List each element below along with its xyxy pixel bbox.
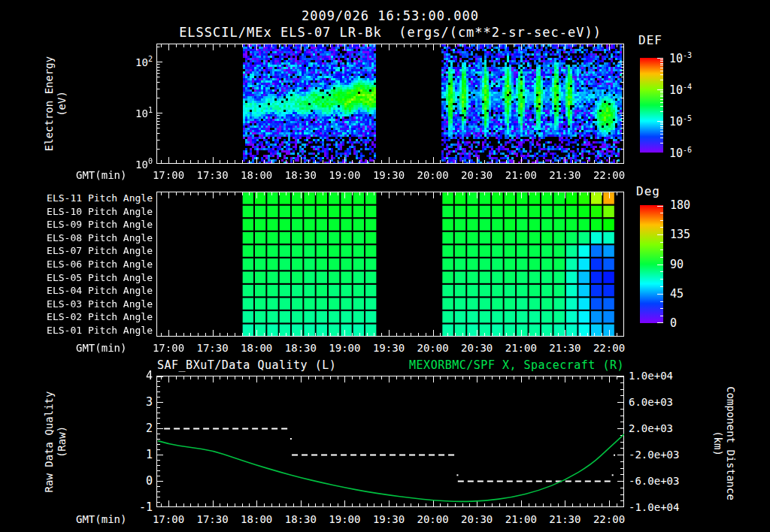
spectrogram-y-axis-label: Electron Energy (eV)	[43, 56, 68, 151]
quality-y-tick-label: 2	[120, 422, 153, 435]
quality-y-axis-label-line2: (Raw)	[56, 391, 68, 493]
pitch-angle-row-label: ELS-10 Pitch Angle	[0, 206, 153, 217]
x-tick-label: 21:00	[499, 342, 543, 354]
x-tick-label: 20:30	[455, 169, 499, 181]
x-tick-label: 19:30	[367, 342, 411, 354]
x-tick-label: 18:00	[235, 169, 278, 181]
pitch-angle-row-label: ELS-03 Pitch Angle	[0, 298, 153, 310]
deg-colorbar-tick-label: 45	[670, 287, 684, 301]
def-colorbar-tick-label: 10-4	[669, 83, 692, 97]
x-tick-label: 21:30	[543, 169, 587, 181]
def-colorbar-title: DEF	[638, 33, 662, 47]
def-colorbar-tick-label: 10-3	[669, 51, 692, 65]
x-tick-label: 20:00	[411, 513, 455, 525]
x-tick-label: 20:00	[411, 342, 455, 354]
x-tick-label: 22:00	[587, 342, 631, 354]
def-colorbar-tick-label: 10-6	[669, 146, 692, 160]
x-tick-label: 20:00	[411, 169, 455, 181]
deg-colorbar-tick-label: 135	[670, 228, 690, 241]
pitch-angle-row-label: ELS-07 Pitch Angle	[0, 245, 153, 256]
spectrogram-gmt-label: GMT(min)	[76, 169, 126, 181]
distance-y-axis-label-line1: Component Distance	[724, 386, 737, 500]
distance-series-title: MEXORBMC/SPF X, Spacecraft (R)	[301, 358, 624, 372]
x-tick-label: 17:30	[191, 342, 235, 354]
quality-y-tick-label: 4	[120, 369, 153, 382]
x-tick-label: 21:30	[543, 342, 587, 354]
pitch-angle-row-label: ELS-02 Pitch Angle	[0, 311, 153, 322]
quality-y-axis-label: Raw Data Quality (Raw)	[43, 391, 68, 493]
distance-y-tick-label: 1.0e+04	[629, 370, 673, 382]
def-colorbar	[640, 58, 663, 153]
electron-spectrogram-canvas	[156, 44, 624, 164]
x-tick-label: 21:00	[499, 513, 543, 525]
distance-y-tick-label: -6.0e+03	[629, 475, 679, 487]
pitch-gmt-label: GMT(min)	[76, 342, 126, 354]
distance-y-axis-label-line2: (km)	[711, 386, 724, 500]
deg-colorbar-title: Deg	[636, 184, 660, 198]
distance-y-tick-label: -2.0e+03	[629, 449, 679, 461]
x-tick-label: 21:00	[499, 169, 543, 181]
distance-y-axis-label: Component Distance (km)	[711, 386, 737, 500]
quality-y-tick-label: 0	[120, 474, 153, 488]
x-tick-label: 17:30	[191, 169, 235, 181]
pitch-angle-row-label: ELS-06 Pitch Angle	[0, 258, 153, 270]
x-tick-label: 21:30	[543, 513, 587, 525]
pitch-angle-row-label: ELS-09 Pitch Angle	[0, 219, 153, 230]
def-colorbar-tick-label: 10-5	[669, 114, 692, 128]
deg-colorbar-tick-label: 90	[670, 258, 684, 271]
x-tick-label: 19:30	[367, 513, 411, 525]
spectrogram-y-axis-label-line1: Electron Energy	[43, 56, 56, 151]
x-tick-label: 18:00	[235, 513, 278, 525]
x-tick-label: 17:00	[147, 169, 190, 181]
pitch-angle-row-label: ELS-04 Pitch Angle	[0, 285, 153, 296]
deg-colorbar-tick-label: 0	[670, 316, 677, 330]
x-tick-label: 22:00	[587, 169, 631, 181]
x-tick-label: 17:00	[147, 513, 190, 525]
x-tick-label: 19:30	[367, 169, 411, 181]
spectrogram-y-tick-label: 102	[120, 55, 153, 68]
pitch-angle-row-label: ELS-08 Pitch Angle	[0, 232, 153, 243]
deg-colorbar-tick-label: 180	[670, 198, 690, 212]
pitch-angle-grid-canvas	[156, 192, 624, 337]
x-tick-label: 18:30	[279, 342, 323, 354]
instrument-title: ELSSCIL/MEx ELS-07 LR-Bk (ergs/(cm**2-sr…	[156, 25, 624, 40]
quality-y-tick-label: 3	[120, 395, 153, 409]
quality-gmt-label: GMT(min)	[76, 513, 126, 525]
x-tick-label: 19:00	[323, 513, 366, 525]
x-tick-label: 19:00	[323, 169, 366, 181]
distance-y-tick-label: 2.0e+03	[629, 422, 673, 434]
x-tick-label: 22:00	[587, 513, 631, 525]
x-tick-label: 19:00	[323, 342, 366, 354]
x-tick-label: 17:00	[147, 342, 190, 354]
pitch-angle-row-label: ELS-11 Pitch Angle	[0, 192, 153, 204]
quality-y-tick-label: 1	[120, 448, 153, 461]
x-tick-label: 18:30	[279, 169, 323, 181]
distance-y-tick-label: -1.0e+04	[629, 501, 679, 513]
timestamp-title: 2009/026 16:53:00.000	[156, 8, 624, 23]
x-tick-label: 20:30	[455, 342, 499, 354]
quality-y-axis-label-line1: Raw Data Quality	[43, 391, 56, 493]
deg-colorbar	[640, 205, 663, 323]
x-tick-label: 18:30	[279, 513, 323, 525]
x-tick-label: 20:30	[455, 513, 499, 525]
pitch-angle-row-label: ELS-01 Pitch Angle	[0, 325, 153, 336]
quality-y-tick-label: -1	[120, 500, 153, 514]
pitch-angle-row-label: ELS-05 Pitch Angle	[0, 272, 153, 283]
distance-y-tick-label: 6.0e+03	[629, 396, 673, 408]
spectrogram-y-tick-label: 100	[120, 157, 153, 171]
spectrogram-y-axis-label-line2: (eV)	[56, 56, 68, 151]
x-tick-label: 18:00	[235, 342, 278, 354]
spectrogram-y-tick-label: 101	[120, 106, 153, 119]
quality-distance-canvas	[156, 376, 624, 507]
x-tick-label: 17:30	[191, 513, 235, 525]
plot-stage: 2009/026 16:53:00.000 ELSSCIL/MEx ELS-07…	[0, 0, 770, 532]
